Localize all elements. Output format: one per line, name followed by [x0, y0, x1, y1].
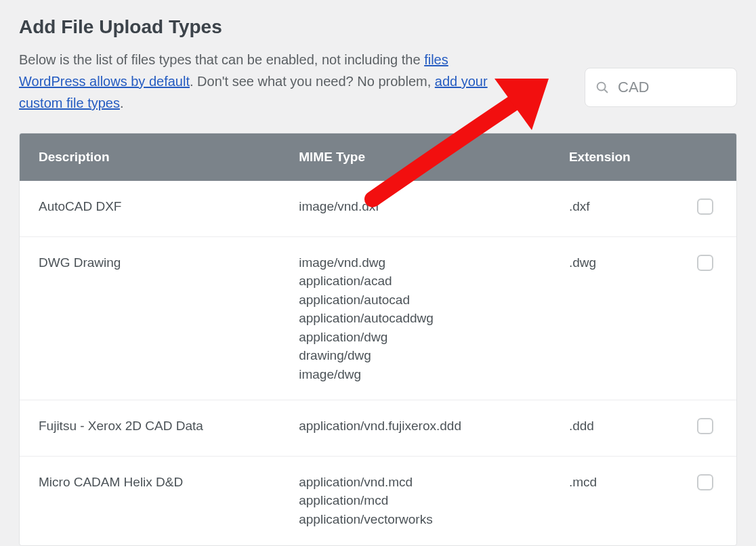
mime-value: image/dwg: [299, 365, 531, 384]
cell-extension: .dxf: [550, 181, 678, 236]
enable-checkbox[interactable]: [697, 198, 713, 215]
mime-value: application/acad: [299, 272, 531, 291]
enable-checkbox[interactable]: [697, 255, 713, 271]
mime-value: application/autocad: [299, 291, 531, 310]
intro-text: Below is the list of files types that ca…: [19, 49, 493, 114]
file-types-table: Description MIME Type Extension AutoCAD …: [19, 133, 737, 546]
cell-enable: [678, 456, 736, 545]
cell-enable: [678, 236, 736, 400]
cell-mime: image/vnd.dwgapplication/acadapplication…: [280, 236, 550, 400]
table-row: AutoCAD DXFimage/vnd.dxf.dxf: [20, 181, 736, 236]
cell-description: Micro CADAM Helix D&D: [20, 456, 280, 545]
mime-value: image/vnd.dxf: [299, 197, 531, 216]
cell-extension: .ddd: [550, 400, 678, 457]
mime-value: drawing/dwg: [299, 346, 531, 365]
table-row: Micro CADAM Helix D&Dapplication/vnd.mcd…: [20, 456, 736, 545]
intro-pre: Below is the list of files types that ca…: [19, 52, 424, 67]
cell-extension: .mcd: [550, 456, 678, 545]
search-input[interactable]: [618, 79, 727, 96]
cell-description: DWG Drawing: [20, 236, 280, 400]
cell-enable: [678, 400, 736, 457]
col-enable: [678, 133, 736, 181]
table-header-row: Description MIME Type Extension: [20, 133, 736, 181]
intro-post: .: [120, 96, 124, 110]
col-extension: Extension: [550, 133, 678, 181]
cell-mime: application/vnd.fujixerox.ddd: [280, 400, 550, 457]
cell-description: AutoCAD DXF: [20, 181, 280, 236]
mime-value: application/vectorworks: [299, 510, 531, 529]
cell-extension: .dwg: [550, 236, 678, 400]
cell-enable: [678, 181, 736, 236]
search-container: [585, 68, 737, 107]
cell-mime: application/vnd.mcdapplication/mcdapplic…: [280, 456, 550, 545]
table-row: DWG Drawingimage/vnd.dwgapplication/acad…: [20, 236, 736, 400]
svg-line-1: [604, 89, 607, 92]
cell-description: Fujitsu - Xerox 2D CAD Data: [20, 400, 280, 457]
cell-mime: image/vnd.dxf: [280, 181, 550, 236]
enable-checkbox[interactable]: [697, 474, 713, 490]
mime-value: application/dwg: [299, 328, 531, 347]
mime-value: application/vnd.fujixerox.ddd: [299, 417, 531, 436]
mime-value: application/mcd: [299, 491, 531, 510]
page-title: Add File Upload Types: [19, 16, 737, 38]
search-icon: [595, 80, 610, 95]
table-row: Fujitsu - Xerox 2D CAD Dataapplication/v…: [20, 400, 736, 457]
mime-value: application/autocaddwg: [299, 309, 531, 328]
enable-checkbox[interactable]: [697, 418, 713, 434]
col-description: Description: [20, 133, 280, 181]
col-mime: MIME Type: [280, 133, 550, 181]
mime-value: image/vnd.dwg: [299, 253, 531, 272]
intro-mid: . Don't see what you need? No problem,: [190, 74, 435, 89]
mime-value: application/vnd.mcd: [299, 473, 531, 492]
